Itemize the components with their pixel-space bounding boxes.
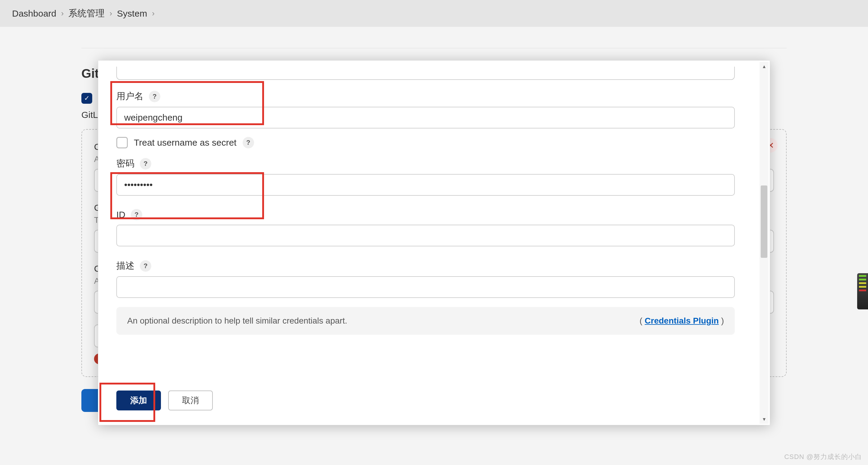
field1-input[interactable] [94,169,774,192]
gitlab-subtext: GitLab [82,110,786,120]
error-icon: ! [94,353,105,364]
field1-label: Cor [94,142,774,152]
field2-desc: The [94,215,774,225]
divider [82,48,786,48]
enable-label: E [98,93,104,104]
crumb-dashboard[interactable]: Dashboard [12,8,56,19]
watermark: CSDN @努力成长的小白 [784,452,862,461]
apply-button[interactable]: 应用 [142,389,194,412]
chevron-right-icon: › [61,9,64,18]
side-indicator [857,273,868,310]
crumb-system[interactable]: System [117,8,147,19]
field2-label: GitL [94,203,774,213]
section-title: GitLa [82,66,786,81]
field3-label: Cre [94,264,774,274]
close-icon[interactable]: ✕ [763,138,778,153]
field1-desc: A n [94,154,774,164]
chevron-right-icon: › [152,9,155,18]
add-credential-stub[interactable] [94,324,154,347]
chevron-right-icon: › [110,9,112,18]
crumb-sysmgmt[interactable]: 系统管理 [68,7,104,20]
credentials-select[interactable]: - ⌄ [94,291,774,314]
field3-desc: API [94,276,774,286]
credentials-value: - [102,297,105,307]
breadcrumb: Dashboard › 系统管理 › System › [0,0,868,27]
enable-checkbox[interactable]: ✓ [82,93,92,104]
chevron-down-icon: ⌄ [758,297,766,308]
save-button[interactable]: 保存 [82,389,133,412]
connection-panel: ✕ Cor A n GitL The Cre API - ⌄ ! [82,129,786,377]
field2-input[interactable] [94,230,774,253]
